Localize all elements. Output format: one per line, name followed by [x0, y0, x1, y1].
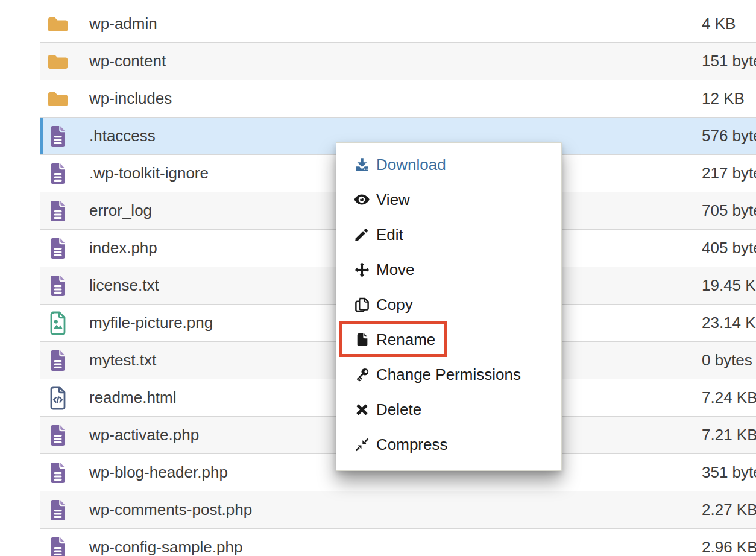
menu-item-delete[interactable]: Delete — [336, 392, 561, 427]
file-name[interactable]: readme.html — [89, 388, 177, 407]
menu-item-rename[interactable]: Rename — [336, 322, 561, 357]
file-size: 4 KB — [702, 14, 736, 33]
menu-item-label: Change Permissions — [376, 365, 521, 384]
menu-item-label: Download — [376, 156, 446, 174]
folder-icon — [46, 15, 69, 33]
file-name[interactable]: wp-content — [89, 52, 166, 71]
purple-file-icon — [46, 499, 69, 522]
purple-file-icon — [46, 424, 69, 447]
file-size: 23.14 KB — [702, 314, 756, 332]
file-size: 405 bytes — [702, 239, 756, 257]
purple-file-icon — [46, 237, 69, 260]
menu-item-edit[interactable]: Edit — [336, 217, 561, 252]
file-size: 151 bytes — [702, 52, 756, 71]
file-size: 351 bytes — [702, 463, 756, 482]
file-name[interactable]: .wp-toolkit-ignore — [89, 164, 209, 183]
purple-file-icon — [46, 536, 69, 556]
context-menu: Download View Edit Move Copy Rename Chan… — [336, 142, 562, 471]
menu-item-move[interactable]: Move — [336, 252, 561, 287]
folder-icon — [46, 90, 69, 108]
purple-file-icon — [46, 162, 69, 185]
menu-item-label: Copy — [376, 295, 413, 314]
file-name[interactable]: wp-activate.php — [89, 426, 199, 444]
table-row[interactable]: wp-comments-post.php 2.27 KB — [40, 491, 756, 529]
pencil-icon — [352, 226, 371, 244]
menu-item-label: Compress — [376, 435, 447, 454]
file-name[interactable]: error_log — [89, 201, 152, 220]
file-size: 12 KB — [702, 89, 745, 108]
file-name[interactable]: index.php — [89, 239, 157, 257]
file-size: 7.24 KB — [702, 388, 756, 407]
purple-file-icon — [46, 125, 69, 148]
menu-item-label: Move — [376, 261, 415, 279]
file-size: 2.96 KB — [702, 538, 756, 556]
compress-icon — [352, 435, 371, 453]
menu-item-label: View — [376, 191, 410, 209]
file-name[interactable]: wp-comments-post.php — [89, 501, 252, 519]
file-name[interactable]: license.txt — [89, 276, 159, 295]
menu-item-download[interactable]: Download — [336, 147, 561, 182]
menu-item-change-permissions[interactable]: Change Permissions — [336, 357, 561, 392]
menu-item-view[interactable]: View — [336, 182, 561, 217]
purple-file-icon — [46, 200, 69, 223]
file-size: 19.45 KB — [702, 276, 756, 295]
file-name[interactable]: wp-config-sample.php — [89, 538, 242, 556]
move-icon — [352, 261, 371, 279]
menu-item-label: Delete — [376, 400, 421, 419]
x-icon — [352, 400, 371, 419]
file-name[interactable]: wp-admin — [89, 14, 157, 33]
file-name[interactable]: wp-includes — [89, 89, 172, 108]
eye-icon — [352, 191, 371, 209]
file-size: 576 bytes — [702, 127, 756, 145]
folder-icon — [46, 52, 69, 71]
file-name[interactable]: myfile-picture.png — [89, 314, 213, 332]
code-file-icon — [46, 386, 69, 410]
file-size: 2.27 KB — [702, 501, 756, 519]
file-name[interactable]: mytest.txt — [89, 351, 156, 370]
menu-item-label: Edit — [376, 226, 403, 244]
file-size: 705 bytes — [702, 201, 756, 220]
menu-item-copy[interactable]: Copy — [336, 287, 561, 322]
copy-icon — [352, 295, 371, 314]
purple-file-icon — [46, 274, 69, 297]
file-size: 7.21 KB — [702, 426, 756, 444]
file-name[interactable]: .htaccess — [89, 127, 156, 145]
download-icon — [352, 156, 371, 174]
table-row[interactable]: wp-includes 12 KB — [40, 80, 756, 118]
purple-file-icon — [46, 349, 69, 372]
purple-file-icon — [46, 461, 69, 484]
table-row[interactable]: wp-config-sample.php 2.96 KB — [40, 529, 756, 556]
menu-item-label: Rename — [376, 330, 435, 349]
file-size: 0 bytes — [702, 351, 752, 370]
file-icon — [352, 330, 371, 349]
menu-item-compress[interactable]: Compress — [336, 427, 561, 462]
table-row[interactable]: wp-admin 4 KB — [40, 5, 756, 43]
image-file-icon — [46, 311, 69, 335]
file-size: 217 bytes — [702, 164, 756, 183]
key-icon — [352, 365, 371, 384]
table-row[interactable]: wp-content 151 bytes — [40, 43, 756, 80]
file-manager-screen: { "file_manager": { "rows": [ {"name": "… — [0, 0, 756, 556]
file-name[interactable]: wp-blog-header.php — [89, 463, 228, 482]
